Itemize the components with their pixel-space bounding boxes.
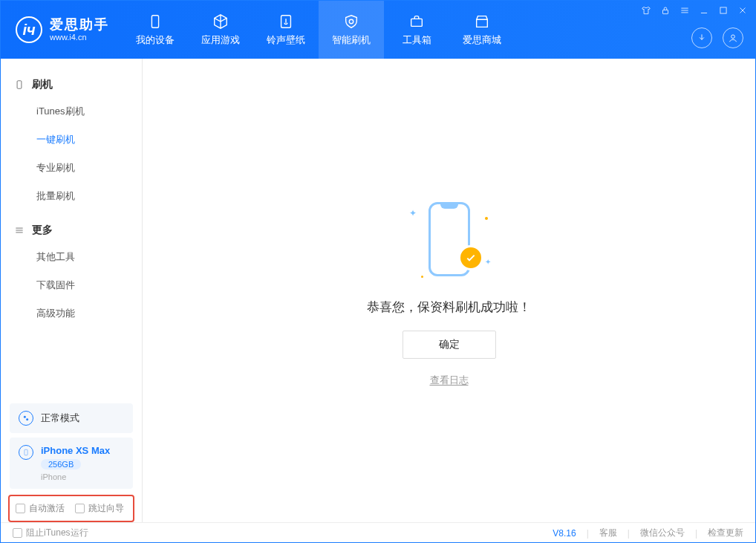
app-header: iч 爱思助手 www.i4.cn 我的设备 应用游戏 铃声壁纸 智能刷机 工具… — [1, 1, 755, 59]
sidebar-section-more: 更多 — [1, 218, 142, 243]
device-info-box[interactable]: iPhone XS Max 256GB iPhone — [10, 438, 133, 489]
wechat-link[interactable]: 微信公众号 — [640, 527, 685, 539]
window-controls — [641, 5, 748, 16]
checkbox-icon — [75, 504, 85, 513]
tab-smart-flash[interactable]: 智能刷机 — [319, 1, 384, 59]
tab-apps-games[interactable]: 应用游戏 — [188, 1, 253, 59]
sparkle-icon: ✦ — [409, 208, 417, 218]
tshirt-icon[interactable] — [641, 5, 651, 16]
shop-icon — [473, 13, 491, 30]
version-label: V8.16 — [553, 528, 576, 539]
sidebar-item-advanced[interactable]: 高级功能 — [1, 299, 142, 328]
success-illustration: ✦ ✦ — [405, 195, 494, 284]
support-link[interactable]: 客服 — [599, 527, 617, 539]
sidebar-section-flash: 刷机 — [1, 72, 142, 97]
sidebar-item-download-firmware[interactable]: 下载固件 — [1, 271, 142, 299]
checkbox-icon — [16, 504, 25, 513]
svg-point-8 — [26, 418, 28, 420]
account-button[interactable] — [723, 27, 743, 48]
minimize-icon[interactable] — [699, 5, 709, 16]
block-itunes-checkbox[interactable]: 阻止iTunes运行 — [13, 527, 88, 539]
phone-device-icon — [19, 445, 33, 460]
device-type: iPhone — [41, 472, 110, 481]
success-check-icon — [458, 245, 483, 270]
mode-icon — [19, 411, 33, 426]
tab-label: 铃声壁纸 — [267, 33, 305, 47]
check-update-link[interactable]: 检查更新 — [708, 527, 743, 539]
checkbox-icon — [13, 528, 22, 538]
tab-toolbox[interactable]: 工具箱 — [384, 1, 449, 59]
auto-activate-checkbox[interactable]: 自动激活 — [16, 502, 65, 515]
tab-label: 智能刷机 — [332, 33, 371, 47]
logo-icon: iч — [16, 16, 42, 43]
svg-rect-9 — [25, 449, 27, 455]
app-title: 爱思助手 — [50, 18, 109, 33]
svg-rect-0 — [151, 16, 158, 28]
sidebar-item-oneclick-flash[interactable]: 一键刷机 — [1, 126, 142, 154]
tab-label: 应用游戏 — [201, 33, 240, 47]
svg-rect-2 — [411, 19, 423, 26]
sidebar-item-other-tools[interactable]: 其他工具 — [1, 243, 142, 271]
phone-icon — [14, 79, 25, 90]
cube-icon — [212, 13, 229, 30]
svg-rect-6 — [17, 81, 22, 89]
tab-store[interactable]: 爱思商城 — [449, 1, 515, 59]
dot-icon — [485, 217, 488, 220]
svg-point-3 — [731, 35, 735, 39]
menu-icon[interactable] — [680, 5, 690, 16]
sidebar-item-pro-flash[interactable]: 专业刷机 — [1, 154, 142, 182]
checkbox-label: 自动激活 — [29, 502, 65, 515]
svg-rect-5 — [720, 7, 726, 13]
sparkle-icon: ✦ — [485, 258, 491, 266]
app-subtitle: www.i4.cn — [50, 33, 109, 42]
view-log-link[interactable]: 查看日志 — [430, 374, 469, 387]
skip-guide-checkbox[interactable]: 跳过向导 — [75, 502, 124, 515]
tab-label: 我的设备 — [136, 33, 175, 47]
tab-label: 工具箱 — [403, 33, 431, 47]
tab-ringtones-wallpapers[interactable]: 铃声壁纸 — [253, 1, 319, 59]
device-icon — [146, 13, 164, 30]
checkbox-label: 阻止iTunes运行 — [26, 527, 88, 539]
mode-label: 正常模式 — [41, 412, 79, 425]
list-icon — [14, 225, 25, 235]
svg-point-7 — [24, 416, 26, 418]
briefcase-icon — [408, 13, 426, 30]
tab-my-device[interactable]: 我的设备 — [123, 1, 188, 59]
device-name: iPhone XS Max — [41, 445, 110, 456]
main-nav: 我的设备 应用游戏 铃声壁纸 智能刷机 工具箱 爱思商城 — [123, 1, 515, 59]
lock-icon[interactable] — [660, 5, 671, 16]
device-mode-box[interactable]: 正常模式 — [10, 403, 133, 433]
music-file-icon — [277, 13, 295, 30]
header-actions — [691, 27, 743, 48]
success-message: 恭喜您，保资料刷机成功啦！ — [367, 299, 531, 316]
maximize-icon[interactable] — [718, 5, 729, 16]
download-button[interactable] — [691, 27, 712, 48]
highlighted-options: 自动激活 跳过向导 — [8, 495, 134, 522]
ok-button[interactable]: 确定 — [403, 331, 496, 359]
refresh-shield-icon — [342, 13, 360, 30]
device-capacity: 256GB — [41, 459, 81, 469]
sidebar-item-batch-flash[interactable]: 批量刷机 — [1, 182, 142, 210]
section-title: 刷机 — [32, 78, 53, 91]
status-bar: 阻止iTunes运行 V8.16 | 客服 | 微信公众号 | 检查更新 — [1, 522, 755, 543]
section-title: 更多 — [32, 224, 53, 237]
dot-icon — [421, 276, 423, 278]
sidebar: 刷机 iTunes刷机 一键刷机 专业刷机 批量刷机 更多 其他工具 下载固件 … — [1, 59, 143, 522]
sidebar-item-itunes-flash[interactable]: iTunes刷机 — [1, 97, 142, 126]
checkbox-label: 跳过向导 — [88, 502, 124, 515]
tab-label: 爱思商城 — [463, 33, 501, 47]
main-content: ✦ ✦ 恭喜您，保资料刷机成功啦！ 确定 查看日志 — [143, 59, 755, 522]
close-icon[interactable] — [737, 5, 748, 16]
svg-rect-4 — [663, 10, 668, 13]
logo[interactable]: iч 爱思助手 www.i4.cn — [1, 16, 123, 43]
